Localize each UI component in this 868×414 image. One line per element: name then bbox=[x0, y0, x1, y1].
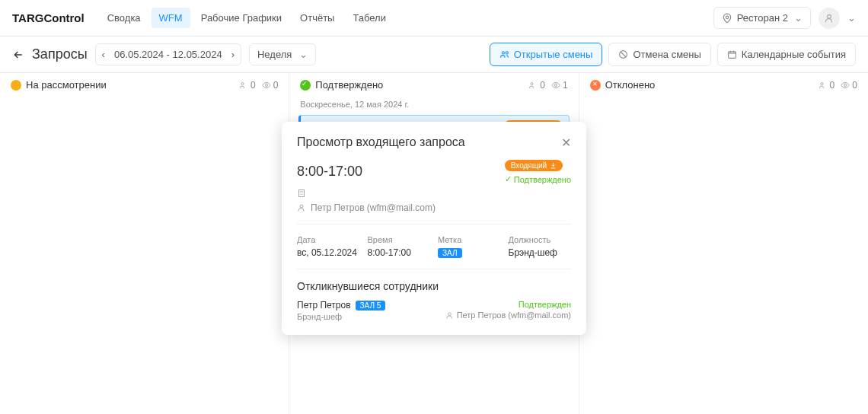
svg-rect-12 bbox=[299, 190, 305, 197]
cancel-shift-label: Отмена смены bbox=[633, 49, 700, 60]
people-icon bbox=[528, 81, 538, 90]
declined-count-a: 0 bbox=[819, 80, 835, 91]
brand-logo: TARGControl bbox=[12, 11, 85, 24]
modal-details-grid: Дата вс, 05.12.2024 Время 8:00-17:00 Мет… bbox=[297, 224, 571, 269]
pending-count-a: 0 bbox=[239, 80, 256, 91]
svg-point-6 bbox=[265, 84, 267, 86]
employee-name: Петр Петров ЗАЛ 5 bbox=[297, 300, 385, 310]
approved-count-a: 0 bbox=[528, 80, 545, 91]
employees-title: Откликнувшиеся сотрудники bbox=[297, 280, 571, 292]
col-pending-title: На рассмотрении bbox=[26, 79, 107, 91]
employee-status: Подтвержден bbox=[445, 300, 571, 309]
eye-icon bbox=[841, 81, 850, 90]
modal-incoming-badge: Входящий bbox=[505, 160, 563, 171]
day-label: Воскресенье, 12 мая 2024 г. bbox=[289, 97, 578, 112]
col-declined: Отклонено 0 0 bbox=[579, 73, 868, 414]
svg-point-0 bbox=[726, 16, 729, 19]
period-value: Неделя bbox=[257, 49, 292, 60]
svg-point-7 bbox=[531, 82, 533, 84]
approved-count-b: 1 bbox=[551, 80, 568, 91]
col-pending-head: На рассмотрении 0 0 bbox=[0, 73, 289, 97]
detail-tag: Метка ЗАЛ bbox=[438, 235, 501, 258]
svg-point-5 bbox=[241, 82, 244, 84]
pending-dot-icon bbox=[11, 80, 21, 91]
modal-building-meta bbox=[297, 189, 571, 198]
user-icon bbox=[824, 13, 834, 24]
open-shifts-button[interactable]: Открытые смены bbox=[490, 43, 603, 66]
restaurant-select[interactable]: Ресторан 2 ⌄ bbox=[713, 7, 811, 29]
date-prev[interactable]: ‹ bbox=[96, 44, 111, 65]
modal-time: 8:00-17:00 bbox=[297, 164, 362, 180]
svg-point-2 bbox=[502, 52, 504, 54]
pending-count-b: 0 bbox=[262, 80, 279, 91]
people-icon bbox=[239, 81, 248, 90]
back-button[interactable] bbox=[12, 49, 24, 61]
topbar-right: Ресторан 2 ⌄ ⌄ bbox=[713, 7, 856, 29]
col-declined-title: Отклонено bbox=[605, 79, 656, 91]
svg-point-10 bbox=[821, 82, 823, 84]
user-icon bbox=[297, 203, 306, 212]
svg-rect-4 bbox=[728, 52, 736, 59]
cancel-icon bbox=[618, 49, 628, 59]
employee-row: Петр Петров ЗАЛ 5 Брэнд-шеф Подтвержден … bbox=[297, 300, 571, 321]
main-nav: Сводка WFM Рабочие Графики Отчёты Табели bbox=[100, 8, 394, 28]
user-avatar[interactable] bbox=[819, 8, 840, 29]
cancel-shift-button[interactable]: Отмена смены bbox=[608, 43, 710, 66]
chevron-down-icon: ⌄ bbox=[794, 12, 803, 24]
svg-point-8 bbox=[554, 84, 557, 86]
svg-point-14 bbox=[448, 312, 451, 315]
nav-reports[interactable]: Отчёты bbox=[292, 8, 342, 28]
declined-count-b: 0 bbox=[841, 80, 857, 91]
detail-time: Время 8:00-17:00 bbox=[368, 235, 431, 258]
svg-point-1 bbox=[828, 14, 831, 18]
period-select[interactable]: Неделя ⌄ bbox=[249, 43, 316, 65]
employee-email: Петр Петров (wfm@mail.com) bbox=[445, 310, 571, 320]
modal-person-meta: Петр Петров (wfm@mail.com) bbox=[297, 202, 571, 213]
employee-role: Брэнд-шеф bbox=[297, 312, 385, 321]
subbar: Запросы ‹ 06.05.2024 - 12.05.2024 › Неде… bbox=[0, 37, 868, 73]
arrow-left-icon bbox=[12, 49, 24, 61]
open-shifts-label: Открытые смены bbox=[514, 49, 593, 60]
nav-summary[interactable]: Сводка bbox=[100, 8, 148, 28]
modal-title: Просмотр входящего запроса bbox=[297, 135, 465, 149]
col-approved-title: Подтверждено bbox=[315, 79, 383, 91]
subbar-left: Запросы ‹ 06.05.2024 - 12.05.2024 › Неде… bbox=[12, 43, 316, 65]
users-icon bbox=[499, 49, 509, 59]
people-icon bbox=[819, 81, 828, 90]
employee-tag: ЗАЛ 5 bbox=[356, 301, 386, 310]
nav-wfm[interactable]: WFM bbox=[152, 8, 190, 28]
topbar-left: TARGControl Сводка WFM Рабочие Графики О… bbox=[12, 8, 394, 28]
col-declined-head: Отклонено 0 0 bbox=[579, 73, 868, 97]
user-icon bbox=[445, 311, 454, 320]
date-range-picker: ‹ 06.05.2024 - 12.05.2024 › bbox=[95, 43, 241, 65]
declined-dot-icon bbox=[590, 80, 601, 91]
detail-role: Должность Брэнд-шеф bbox=[509, 235, 572, 258]
user-menu-chevron[interactable]: ⌄ bbox=[847, 12, 856, 24]
col-pending: На рассмотрении 0 0 bbox=[0, 73, 289, 414]
restaurant-name: Ресторан 2 bbox=[737, 12, 788, 24]
calendar-events-button[interactable]: Календарные события bbox=[717, 43, 856, 66]
location-icon bbox=[722, 13, 732, 24]
svg-point-13 bbox=[300, 205, 303, 208]
request-modal: Просмотр входящего запроса ✕ 8:00-17:00 … bbox=[282, 122, 586, 335]
nav-schedules[interactable]: Рабочие Графики bbox=[193, 8, 289, 28]
eye-icon bbox=[262, 81, 271, 90]
detail-date: Дата вс, 05.12.2024 bbox=[297, 235, 360, 258]
modal-status: ✓ Подтверждено bbox=[505, 174, 571, 184]
topbar: TARGControl Сводка WFM Рабочие Графики О… bbox=[0, 0, 868, 37]
date-range[interactable]: 06.05.2024 - 12.05.2024 bbox=[111, 44, 225, 65]
modal-close-button[interactable]: ✕ bbox=[561, 135, 571, 150]
page-title: Запросы bbox=[32, 46, 88, 62]
nav-timesheets[interactable]: Табели bbox=[345, 8, 394, 28]
date-next[interactable]: › bbox=[225, 44, 241, 65]
eye-icon bbox=[551, 81, 560, 90]
building-icon bbox=[297, 189, 306, 198]
chevron-down-icon: ⌄ bbox=[299, 49, 308, 60]
subbar-right: Открытые смены Отмена смены Календарные … bbox=[490, 43, 856, 66]
calendar-icon bbox=[727, 49, 737, 59]
calendar-events-label: Календарные события bbox=[742, 49, 846, 60]
col-approved-head: Подтверждено 0 1 bbox=[289, 73, 578, 97]
svg-point-11 bbox=[844, 84, 847, 86]
download-icon bbox=[550, 162, 557, 169]
approved-dot-icon bbox=[300, 80, 311, 91]
